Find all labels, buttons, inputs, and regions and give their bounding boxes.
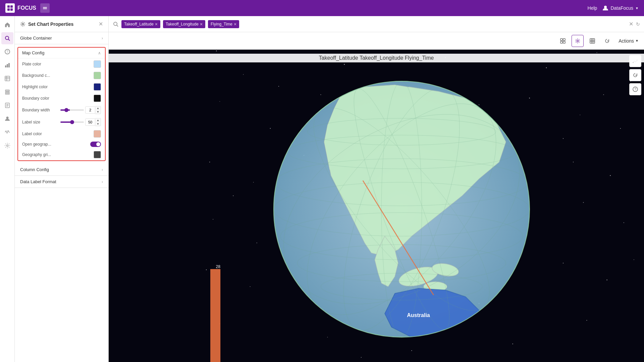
- svg-point-7: [5, 36, 9, 40]
- svg-point-85: [634, 259, 634, 260]
- svg-point-63: [573, 162, 574, 162]
- svg-point-6: [604, 6, 607, 8]
- data-label-format-label: Data Label Format: [20, 179, 56, 184]
- toolbar-fit-icon[interactable]: [557, 35, 569, 47]
- content-area: Takeoff_Latitude × Takeoff_Longitude × F…: [109, 16, 644, 362]
- svg-point-64: [610, 175, 610, 176]
- boundary-width-up-arrow[interactable]: ▲: [95, 106, 101, 110]
- label-color-row: Label color: [18, 128, 105, 140]
- logo: FOCUS: [5, 3, 36, 13]
- plate-color-row: Plate color: [18, 58, 105, 70]
- boundary-width-value: 2: [85, 106, 95, 114]
- svg-point-49: [597, 52, 597, 53]
- svg-point-56: [479, 104, 479, 105]
- topbar-pin-button[interactable]: [40, 3, 50, 13]
- sidebar-item-data[interactable]: [1, 86, 13, 98]
- sidebar-item-tables[interactable]: [1, 72, 13, 85]
- sidebar-item-reports[interactable]: [1, 99, 13, 111]
- topbar-right: Help DataFocus ▼: [588, 5, 639, 11]
- geography-grid-swatch[interactable]: [94, 151, 101, 158]
- search-clear-button[interactable]: ✕: [629, 21, 633, 27]
- data-label-format-section[interactable]: Data Label Format ›: [15, 176, 108, 188]
- svg-point-44: [344, 64, 345, 65]
- sidebar-item-help[interactable]: ?: [1, 46, 13, 58]
- highlight-color-row: Highlight color: [18, 81, 105, 93]
- svg-text:?: ?: [635, 88, 637, 91]
- svg-rect-1: [10, 5, 13, 8]
- svg-point-74: [327, 337, 328, 338]
- search-refresh-button[interactable]: ↻: [636, 21, 640, 27]
- svg-rect-32: [560, 41, 562, 43]
- label-size-slider[interactable]: [60, 121, 84, 123]
- svg-point-28: [114, 22, 117, 25]
- sidebar-item-activity[interactable]: [1, 126, 13, 138]
- toolbar: Actions ▼: [109, 32, 644, 50]
- tag-flyingtime-close-icon[interactable]: ×: [234, 21, 236, 27]
- plate-color-swatch[interactable]: [94, 60, 101, 68]
- user-chevron-icon: ▼: [635, 6, 639, 10]
- boundary-width-slider[interactable]: [60, 109, 84, 111]
- tag-longitude-close-icon[interactable]: ×: [200, 21, 203, 27]
- svg-point-42: [243, 74, 244, 75]
- tag-flyingtime-label: Flying_Time: [211, 22, 232, 27]
- svg-rect-13: [8, 63, 10, 67]
- sidebar-item-search[interactable]: [1, 32, 13, 44]
- svg-line-29: [117, 25, 118, 27]
- label-size-down-arrow[interactable]: ▼: [95, 122, 101, 126]
- svg-point-26: [6, 145, 8, 147]
- boundary-color-swatch[interactable]: [94, 95, 101, 102]
- panel-title: Set Chart Properties: [28, 21, 73, 27]
- sidebar-item-home[interactable]: [1, 19, 13, 31]
- tag-latitude-label: Takeoff_Latitude: [124, 22, 154, 27]
- sidebar-item-charts[interactable]: [1, 59, 13, 71]
- user-menu[interactable]: DataFocus ▼: [602, 5, 639, 11]
- svg-rect-19: [5, 92, 9, 93]
- background-color-swatch[interactable]: [94, 72, 101, 79]
- bar-chart: 28 2: [210, 264, 220, 362]
- open-geography-toggle[interactable]: [90, 142, 101, 147]
- column-config-section[interactable]: Column Config ›: [15, 164, 108, 176]
- toolbar-refresh-icon[interactable]: [601, 35, 613, 47]
- svg-rect-30: [560, 39, 562, 41]
- panel-close-button[interactable]: ✕: [99, 21, 103, 27]
- help-link[interactable]: Help: [588, 5, 597, 11]
- topbar-left: FOCUS: [5, 3, 50, 13]
- search-icon[interactable]: [113, 21, 119, 27]
- sidebar-item-settings[interactable]: [1, 140, 13, 152]
- tag-longitude-label: Takeoff_Longitude: [166, 22, 199, 27]
- label-size-up-arrow[interactable]: ▲: [95, 118, 101, 122]
- logo-icon: [5, 3, 15, 13]
- column-config-chevron-icon: ›: [102, 167, 103, 172]
- boundary-width-down-arrow[interactable]: ▼: [95, 110, 101, 114]
- toolbar-actions-menu[interactable]: Actions ▼: [619, 38, 639, 44]
- svg-point-81: [563, 138, 564, 139]
- chart-refresh-icon[interactable]: [629, 69, 641, 81]
- sidebar-item-users[interactable]: [1, 113, 13, 125]
- main-layout: ?: [0, 16, 644, 362]
- toggle-knob: [96, 142, 100, 146]
- tag-latitude[interactable]: Takeoff_Latitude ×: [121, 20, 160, 28]
- chart-help-icon[interactable]: ?: [629, 83, 641, 95]
- tag-flyingtime[interactable]: Flying_Time ×: [208, 20, 239, 28]
- svg-point-77: [411, 350, 412, 351]
- tag-longitude[interactable]: Takeoff_Longitude ×: [163, 20, 205, 28]
- svg-point-25: [6, 117, 8, 119]
- map-config-title: Map Config: [22, 50, 44, 55]
- map-config-header[interactable]: Map Config ∧: [18, 48, 105, 58]
- globe-container-section[interactable]: Globe Container ›: [15, 32, 108, 44]
- toolbar-grid-icon[interactable]: [586, 35, 598, 47]
- svg-rect-5: [43, 8, 47, 9]
- svg-point-66: [583, 202, 584, 203]
- svg-point-73: [586, 320, 587, 321]
- svg-rect-18: [5, 90, 9, 91]
- svg-point-87: [603, 94, 604, 95]
- boundary-color-label: Boundary color: [22, 96, 91, 101]
- tag-latitude-close-icon[interactable]: ×: [155, 21, 158, 27]
- column-config-label: Column Config: [20, 167, 49, 172]
- label-size-value: 50: [85, 118, 95, 126]
- highlight-color-swatch[interactable]: [94, 83, 101, 91]
- data-label-format-chevron-icon: ›: [102, 179, 103, 184]
- svg-point-67: [624, 222, 624, 223]
- toolbar-settings-icon[interactable]: [572, 35, 584, 47]
- label-color-swatch[interactable]: [94, 130, 101, 138]
